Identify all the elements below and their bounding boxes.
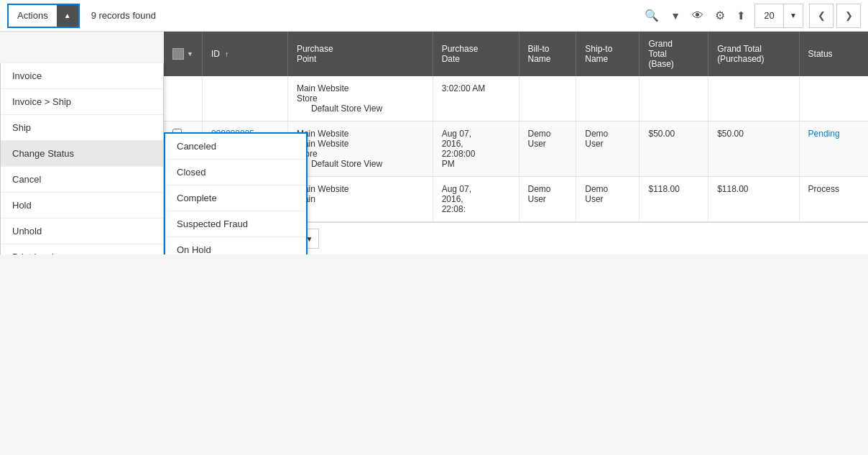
menu-item-unhold[interactable]: Unhold <box>1 219 163 244</box>
col-status: Status <box>799 32 868 76</box>
gear-icon[interactable]: ⚙ <box>715 9 725 22</box>
row-bill-to: DemoUser <box>519 177 576 222</box>
row-id <box>202 76 287 121</box>
main-content: Invoice Invoice > Ship Ship Change Statu… <box>0 32 868 254</box>
status-suspected-fraud[interactable]: Suspected Fraud <box>165 211 306 237</box>
pagination-buttons: ❮ ❯ <box>809 4 861 28</box>
menu-item-print-invoices[interactable]: Print Invoices <box>1 244 163 254</box>
menu-item-ship[interactable]: Ship <box>1 115 163 141</box>
col-id: ID ↑ <box>202 32 287 76</box>
actions-dropdown-scroll: Invoice Invoice > Ship Ship Change Statu… <box>1 63 163 254</box>
status-on-hold[interactable]: On Hold <box>165 237 306 254</box>
col-purchase-point: PurchasePoint <box>287 32 433 76</box>
menu-item-invoice-ship[interactable]: Invoice > Ship <box>1 89 163 115</box>
prev-page-button[interactable]: ❮ <box>809 4 834 28</box>
eye-icon[interactable]: 👁 <box>692 9 703 22</box>
upload-icon[interactable]: ⬆ <box>737 9 746 22</box>
row-status: Process <box>799 177 868 222</box>
toolbar: Actions ▲ 9 records found 🔍 ▼ 👁 ⚙ ⬆ 20 ▼… <box>0 0 868 32</box>
row-checkbox <box>164 76 202 121</box>
actions-arrow-icon[interactable]: ▲ <box>57 5 78 27</box>
row-status <box>799 76 868 121</box>
row-purchase-point: Main Website Main Website Store Default … <box>287 121 433 177</box>
toolbar-icons: 🔍 ▼ 👁 ⚙ ⬆ <box>645 9 746 22</box>
row-grand-total-purchased <box>708 76 799 121</box>
menu-item-cancel[interactable]: Cancel <box>1 167 163 193</box>
status-complete[interactable]: Complete <box>165 185 306 211</box>
table-row: Main Website Store Default Store View 3:… <box>164 76 868 121</box>
row-grand-total-base: $50.00 <box>640 121 708 177</box>
search-icon[interactable]: 🔍 <box>645 9 659 22</box>
sort-icon-id[interactable]: ↑ <box>225 50 228 58</box>
actions-dropdown: Invoice Invoice > Ship Ship Change Statu… <box>0 63 164 254</box>
per-page-select[interactable]: 20 ▼ <box>754 4 803 28</box>
col-bill-to-name: Bill-toName <box>519 32 576 76</box>
actions-label: Actions <box>9 10 57 21</box>
next-page-button[interactable]: ❯ <box>836 4 861 28</box>
change-status-submenu: Canceled Closed Complete Suspected Fraud… <box>164 132 308 254</box>
menu-item-hold[interactable]: Hold <box>1 193 163 219</box>
per-page-value: 20 <box>755 4 784 27</box>
col-ship-to-name: Ship-toName <box>576 32 640 76</box>
select-all-checkbox[interactable] <box>172 48 184 60</box>
row-bill-to: DemoUser <box>519 121 576 177</box>
per-page-arrow-icon[interactable]: ▼ <box>784 4 803 27</box>
row-ship-to: DemoUser <box>576 121 640 177</box>
col-grand-total-base: GrandTotal(Base) <box>640 32 708 76</box>
row-grand-total-base <box>640 76 708 121</box>
row-purchase-date: 3:02:00 AM <box>433 76 519 121</box>
status-closed[interactable]: Closed <box>165 160 306 185</box>
row-grand-total-purchased: $118.00 <box>708 177 799 222</box>
row-purchase-date: Aug 07,2016,22:08:00PM <box>433 121 519 177</box>
row-purchase-point: Main Website Store Default Store View <box>287 76 433 121</box>
row-purchase-date: Aug 07,2016,22:08: <box>433 177 519 222</box>
status-canceled[interactable]: Canceled <box>165 134 306 160</box>
checkbox-dropdown-icon[interactable]: ▼ <box>187 50 193 58</box>
filter-icon[interactable]: ▼ <box>670 10 680 22</box>
col-grand-total-purchased: Grand Total(Purchased) <box>708 32 799 76</box>
col-purchase-date: PurchaseDate <box>433 32 519 76</box>
menu-item-invoice[interactable]: Invoice <box>1 63 163 89</box>
row-ship-to: DemoUser <box>576 177 640 222</box>
row-grand-total-purchased: $50.00 <box>708 121 799 177</box>
row-ship-to <box>576 76 640 121</box>
col-checkbox: ▼ <box>164 32 202 76</box>
row-purchase-point: Main Website Main <box>287 177 433 222</box>
row-grand-total-base: $118.00 <box>640 177 708 222</box>
actions-button[interactable]: Actions ▲ <box>7 4 80 28</box>
row-bill-to <box>519 76 576 121</box>
records-found: 9 records found <box>91 10 156 21</box>
menu-item-change-status[interactable]: Change Status <box>1 141 163 167</box>
row-status: Pending <box>799 121 868 177</box>
